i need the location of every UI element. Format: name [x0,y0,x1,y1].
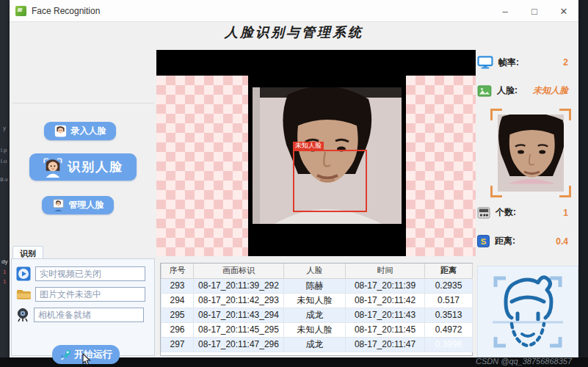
distance-label: 距离: [495,235,515,247]
background-text: y [3,125,6,131]
page-title: 人脸识别与管理系统 [10,23,578,41]
detection-box: 未知人脸 [293,150,367,212]
background-text: dy [1,258,7,265]
distance-row: S 距离: 0.4 [477,235,578,247]
table-header-cell[interactable]: 画面标识 [194,264,284,278]
background-text: l.u [1,158,7,164]
background-text: 8-v [0,176,8,183]
title-bar: Face Recognition – □ ✕ [10,0,578,22]
table-cell[interactable]: 未知人脸 [284,293,346,308]
enroll-face-label: 录入人脸 [71,125,106,137]
table-cell[interactable]: 0.4972 [425,322,473,337]
close-button[interactable]: ✕ [549,0,578,22]
video-status-row: 实时视频已关闭 [16,266,145,281]
mouse-cursor [80,353,92,366]
count-label: 个数: [496,206,516,219]
table-cell[interactable]: 成龙 [284,337,346,352]
table-cell[interactable]: 0.2935 [425,278,473,293]
table-cell[interactable]: 297 [161,337,194,352]
table-cell[interactable]: 08-17_20:11:45_295 [194,322,284,337]
fps-label: 帧率: [498,57,519,69]
table-cell[interactable]: 陈赫 [284,278,346,293]
table-cell[interactable]: 08-17_20:11:45 [346,322,425,337]
table-header-cell[interactable]: 距离 [425,264,473,278]
camera-icon [16,308,29,322]
table-cell[interactable]: 295 [161,308,194,322]
video-display: 未知人脸 [156,50,476,256]
table-cell[interactable]: 293 [161,278,194,293]
enroll-face-button[interactable]: 录入人脸 [44,122,116,140]
distance-value: 0.4 [556,236,568,247]
recognize-panel: 识别 实时视频已关闭 图片文件未选中 [10,246,156,357]
table-header-cell[interactable]: 人脸 [284,264,346,278]
table-cell[interactable]: 08-17_20:11:43 [346,308,425,322]
table-cell[interactable]: 08-17_20:11:39_292 [194,278,284,293]
counter-icon [477,207,490,219]
manage-face-button[interactable]: 管理人脸 [42,196,114,214]
table-row: 29408-17_20:11:42_293未知人脸08-17_20:11:420… [161,293,473,308]
window-title: Face Recognition [32,6,100,16]
table-cell[interactable]: 296 [161,322,194,337]
table-cell[interactable]: 08-17_20:11:43_294 [194,308,284,322]
face-scan-icon [490,271,566,353]
recognize-panel-body: 实时视频已关闭 图片文件未选中 相机准备 [11,258,155,356]
table-cell[interactable]: 08-17_20:11:39 [346,278,425,293]
table-cell[interactable]: 0.3513 [425,308,473,322]
table-row: 29308-17_20:11:39_292陈赫08-17_20:11:390.2… [161,278,473,293]
face-scan-panel [477,266,578,357]
background-right-strip [578,0,588,367]
enroll-avatar-icon [54,125,67,137]
letterbox-pattern-right [406,76,476,256]
maximize-button[interactable]: □ [520,0,549,22]
face-thumbnail [498,115,564,192]
table-cell[interactable]: 成龙 [284,308,346,322]
background-text: 1 [3,278,6,285]
table-header-cell[interactable]: 序号 [161,264,194,278]
stats-panel: 帧率: 2 人脸: 未知人脸 [477,50,578,263]
distance-icon: S [477,235,490,247]
monitor-icon [477,56,493,69]
file-status-field[interactable]: 图片文件未选中 [35,287,145,302]
camera-status-row: 相机准备就绪 [16,308,144,322]
recognize-face-label: 识别人脸 [68,159,123,175]
table-cell[interactable]: 未知人脸 [284,322,346,337]
table-cell[interactable]: 08-17_20:11:47 [346,337,425,352]
table-cell[interactable]: 08-17_20:11:47_296 [194,337,284,352]
screen: y l.p l.u 8-v dy 1 1 Face Recognition – … [0,0,588,367]
table-cell[interactable]: 0.3998 [425,337,473,352]
watermark: CSDN @qq_38756868357 [476,357,572,366]
table-body: 29308-17_20:11:39_292陈赫08-17_20:11:390.2… [161,278,473,352]
divider [12,103,153,103]
face-name-value: 未知人脸 [533,84,568,97]
recognition-log-table: 序号画面标识人脸时间距离 29308-17_20:11:39_292陈赫08-1… [160,263,473,356]
recognize-avatar-icon [43,157,63,178]
face-name-label: 人脸: [497,84,518,97]
table-cell[interactable]: 08-17_20:11:42_293 [194,293,284,308]
minimize-button[interactable]: – [490,0,520,22]
letterbox-pattern-left [156,76,248,256]
camera-status-field[interactable]: 相机准备就绪 [34,308,144,322]
table-cell[interactable]: 0.517 [425,293,473,308]
video-status-field[interactable]: 实时视频已关闭 [35,266,145,281]
background-text: l.p [1,147,7,153]
background-text: 1 [3,269,6,275]
play-icon [16,266,31,281]
svg-text:S: S [481,237,487,246]
table-cell[interactable]: 08-17_20:11:42 [346,293,425,308]
table-header-row: 序号画面标识人脸时间距离 [161,264,473,278]
sidebar: 录入人脸 识别人脸 [10,44,156,250]
rocket-icon [59,349,71,360]
count-row: 个数: 1 [477,206,578,219]
video-photo: 未知人脸 [253,87,402,224]
table-cell[interactable]: 294 [161,293,194,308]
count-value: 1 [563,208,568,218]
detection-label: 未知人脸 [293,142,324,150]
table-row: 29508-17_20:11:43_294成龙08-17_20:11:430.3… [161,308,473,322]
recognize-face-button[interactable]: 识别人脸 [29,153,137,181]
fps-row: 帧率: 2 [477,56,578,69]
table-header-cell[interactable]: 时间 [346,264,425,278]
folder-icon [16,288,31,300]
image-icon [477,85,492,97]
app-window: Face Recognition – □ ✕ 人脸识别与管理系统 录入人脸 [10,0,578,357]
table-row: 29608-17_20:11:45_295未知人脸08-17_20:11:450… [161,322,473,337]
